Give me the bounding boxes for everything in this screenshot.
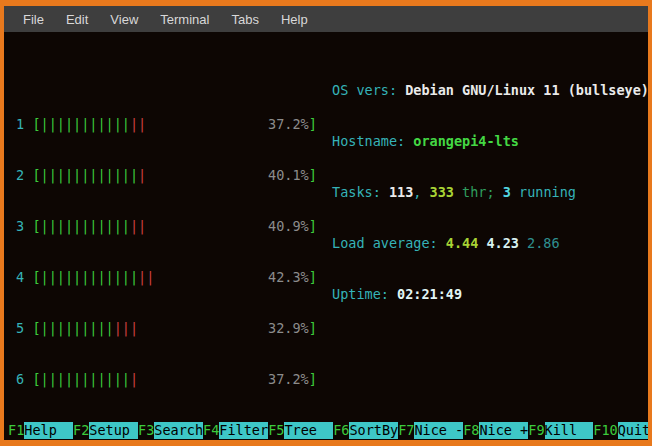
- fn-help[interactable]: F1Help: [8, 422, 73, 439]
- fn-setup[interactable]: F2Setup: [73, 422, 138, 439]
- menubar: File Edit View Terminal Tabs Help: [4, 6, 648, 32]
- cpu-meter-bars: |||||||||||||: [41, 218, 147, 235]
- cpu-meter-label: 4: [8, 269, 32, 286]
- function-key-bar: F1Help F2Setup F3Search F4Filter F5Tree …: [8, 422, 648, 439]
- terminal-window: File Edit View Terminal Tabs Help 1[||||…: [0, 0, 652, 446]
- load-average-line: Load average: 4.444.232.86: [332, 235, 648, 252]
- os-version-line: OS vers: Debian GNU/Linux 11 (bullseye): [332, 82, 648, 99]
- menu-edit[interactable]: Edit: [55, 9, 99, 30]
- cpu-meter-label: 2: [8, 167, 32, 184]
- fn-nice-minus[interactable]: F7Nice -: [398, 422, 463, 439]
- os-version-value: Debian GNU/Linux 11 (bullseye): [405, 82, 648, 98]
- cpu-meter-6: 6[||||||||||||37.2%]: [8, 371, 648, 388]
- menu-terminal[interactable]: Terminal: [149, 9, 220, 30]
- menu-tabs[interactable]: Tabs: [220, 9, 269, 30]
- load-5min: 4.23: [486, 235, 519, 251]
- hostname-line: Hostname: orangepi4-lts: [332, 133, 648, 150]
- cpu-meter-pct: 37.2%: [268, 371, 309, 388]
- uptime-value: 02:21:49: [397, 286, 462, 302]
- system-info-panel: OS vers: Debian GNU/Linux 11 (bullseye) …: [332, 48, 648, 337]
- fn-tree[interactable]: F5Tree: [268, 422, 333, 439]
- fn-quit[interactable]: F10Quit: [593, 422, 648, 439]
- fn-sortby[interactable]: F6SortBy: [333, 422, 398, 439]
- cpu-meter-label: 1: [8, 116, 32, 133]
- menu-file[interactable]: File: [12, 9, 55, 30]
- fn-filter[interactable]: F4Filter: [203, 422, 268, 439]
- tasks-line: Tasks: 113, 333 thr; 3 running: [332, 184, 648, 201]
- cpu-meter-bars: ||||||||||||||: [41, 269, 155, 286]
- menu-help[interactable]: Help: [270, 9, 319, 30]
- menu-view[interactable]: View: [99, 9, 149, 30]
- terminal-window-inner: File Edit View Terminal Tabs Help 1[||||…: [4, 6, 648, 440]
- cpu-meter-pct: 42.3%: [268, 269, 309, 286]
- cpu-meter-pct: 32.9%: [268, 320, 309, 337]
- cpu-meter-pct: 40.1%: [268, 167, 309, 184]
- terminal-screen: 1[|||||||||||||37.2%] 2[|||||||||||||40.…: [4, 32, 648, 440]
- load-1min: 4.44: [446, 235, 479, 251]
- fn-kill[interactable]: F9Kill: [528, 422, 593, 439]
- cpu-meter-bars: ||||||||||||: [41, 371, 139, 388]
- running-count: 3: [503, 184, 511, 200]
- cpu-meter-label: 6: [8, 371, 32, 388]
- cpu-meter-bars: ||||||||||||: [41, 320, 139, 337]
- cpu-meter-label: 5: [8, 320, 32, 337]
- cpu-meter-pct: 37.2%: [268, 116, 309, 133]
- load-15min: 2.86: [527, 235, 560, 251]
- fn-search[interactable]: F3Search: [138, 422, 203, 439]
- uptime-line: Uptime: 02:21:49: [332, 286, 648, 303]
- cpu-meter-bars: |||||||||||||: [41, 116, 147, 133]
- cpu-meter-bars: |||||||||||||: [41, 167, 147, 184]
- fn-nice-plus[interactable]: F8Nice +: [463, 422, 528, 439]
- cpu-meter-pct: 40.9%: [268, 218, 309, 235]
- cpu-meter-label: 3: [8, 218, 32, 235]
- hostname-value: orangepi4-lts: [413, 133, 519, 149]
- tasks-count: 113: [389, 184, 413, 200]
- threads-count: 333: [430, 184, 454, 200]
